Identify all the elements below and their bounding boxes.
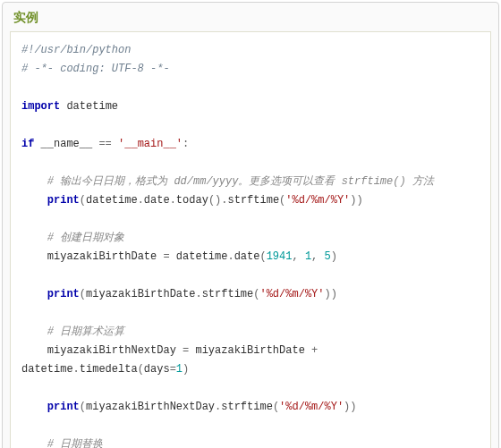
example-title: 实例 (3, 3, 498, 31)
example-container: 实例 #!/usr/bin/python # -*- coding: UTF-8… (2, 2, 499, 448)
code-token: miyazakiBirthNextDay (86, 401, 215, 413)
code-token: print (47, 401, 80, 413)
code-token: , (311, 250, 324, 263)
code-token: 1941 (267, 250, 293, 263)
code-token: ( (273, 401, 279, 413)
code-token: . (138, 194, 144, 207)
code-token: datetime (60, 100, 118, 113)
code-line: miyazakiBirthDate = datetime.date(1941, … (21, 250, 337, 263)
code-token: miyazakiBirthDate (21, 250, 163, 263)
code-token: 5 (325, 250, 331, 263)
code-token (21, 288, 47, 300)
code-token (21, 175, 47, 188)
code-token (21, 325, 47, 338)
code-line: # 日期替换 (21, 438, 103, 448)
code-line: # 输出今日日期，格式为 dd/mm/yyyy。更多选项可以查看 strftim… (21, 175, 434, 188)
code-token: . (227, 250, 234, 263)
code-token: ( (259, 250, 266, 263)
code-token: ( (80, 401, 86, 413)
code-token: today (176, 194, 208, 207)
code-line: import datetime (21, 100, 118, 113)
code-token: datetime (86, 194, 138, 207)
code-token: '%d/%m/%Y' (285, 194, 350, 207)
code-token: # -*- coding: UTF-8 -*- (21, 63, 170, 75)
code-line: # 创建日期对象 (21, 232, 124, 244)
code-token: print (47, 194, 80, 207)
code-token: strftime (227, 194, 279, 207)
code-line: # -*- coding: UTF-8 -*- (21, 63, 170, 75)
code-token: #!/usr/bin/python (21, 44, 131, 56)
code-token: )) (350, 194, 362, 207)
code-token: ( (80, 194, 86, 207)
code-block: #!/usr/bin/python # -*- coding: UTF-8 -*… (10, 31, 491, 448)
code-token: print (47, 288, 80, 300)
code-token: )) (324, 288, 336, 300)
code-line: #!/usr/bin/python (21, 44, 131, 56)
code-token: timedelta (80, 363, 138, 376)
code-token: ( (138, 363, 144, 376)
code-token (21, 438, 47, 448)
code-token: )) (344, 401, 356, 413)
code-token: ) (331, 250, 337, 263)
code-token: = (170, 363, 176, 376)
code-token: . (195, 288, 201, 300)
code-token: (). (208, 194, 228, 207)
code-token: date (144, 194, 170, 207)
code-token: . (73, 363, 80, 376)
code-token: import (21, 100, 60, 113)
code-token: ( (80, 288, 86, 300)
code-token: '%d/%m/%Y' (279, 401, 344, 413)
code-token: . (170, 194, 176, 207)
code-token (21, 232, 47, 244)
code-line: print(datetime.date.today().strftime('%d… (21, 194, 363, 207)
code-token: 1 (305, 250, 311, 263)
code-token: miyazakiBirthDate (86, 288, 195, 300)
code-token: days (144, 363, 170, 376)
code-token: __name__ (34, 138, 98, 150)
code-token (112, 138, 118, 150)
code-token: if (21, 138, 34, 150)
code-line: # 日期算术运算 (21, 325, 124, 338)
code-token: # 创建日期对象 (47, 232, 124, 244)
code-token: strftime (221, 401, 273, 413)
code-token: miyazakiBirthNextDay (21, 344, 183, 357)
code-token (21, 194, 47, 207)
code-line: print(miyazakiBirthDate.strftime('%d/%m/… (21, 288, 337, 300)
code-token: '%d/%m/%Y' (259, 288, 324, 300)
code-line: print(miyazakiBirthNextDay.strftime('%d/… (21, 401, 357, 413)
code-token: ) (183, 363, 189, 376)
code-line: if __name__ == '__main__': (21, 138, 189, 150)
code-token: == (98, 138, 111, 150)
code-token: date (234, 250, 260, 263)
code-token: : (183, 138, 189, 150)
code-token: strftime (202, 288, 254, 300)
code-token: # 日期替换 (47, 438, 103, 448)
code-token: '__main__' (118, 138, 183, 150)
code-token: # 日期算术运算 (47, 325, 124, 338)
code-token: , (292, 250, 304, 263)
code-token: = (163, 250, 169, 263)
code-token: 1 (176, 363, 183, 376)
code-token: # 输出今日日期，格式为 dd/mm/yyyy。更多选项可以查看 strftim… (47, 175, 434, 188)
code-line: miyazakiBirthNextDay = miyazakiBirthDate… (21, 344, 324, 376)
code-token (21, 401, 47, 413)
code-token: datetime (170, 250, 228, 263)
code-token: miyazakiBirthDate (189, 344, 311, 357)
